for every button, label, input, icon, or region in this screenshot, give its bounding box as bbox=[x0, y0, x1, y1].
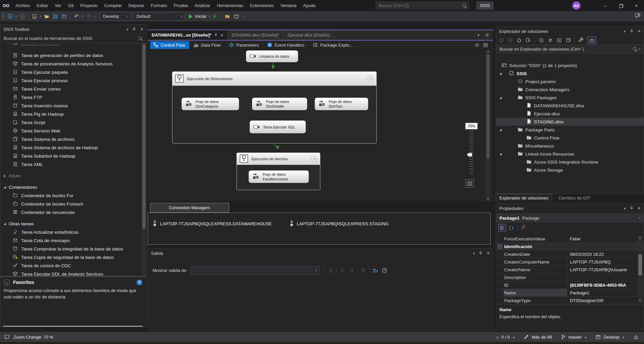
fit-to-window-button[interactable] bbox=[465, 179, 474, 188]
redo-button[interactable]: ↷ bbox=[85, 12, 93, 20]
previous-message-icon[interactable] bbox=[340, 268, 345, 273]
menu-depurar[interactable]: Depurar bbox=[125, 0, 148, 11]
task-limpieza-de-datos[interactable]: Limpieza de datos bbox=[246, 50, 298, 62]
navigate-forward-button[interactable] bbox=[18, 12, 26, 20]
collapse-chevron-icon[interactable] bbox=[368, 76, 374, 82]
quick-search-box[interactable] bbox=[376, 2, 469, 9]
tree-item-ejecutar-dtsx[interactable]: Ejecutar.dtsx bbox=[496, 110, 644, 118]
clear-all-icon[interactable] bbox=[361, 268, 366, 273]
feedback-icon[interactable] bbox=[635, 12, 641, 19]
property-row-name[interactable]: NamePackage1 bbox=[496, 289, 644, 297]
toolbox-item[interactable]: Tarea Actualizar estadísticas bbox=[0, 228, 142, 236]
tree-item-datawarehouse-dtsx[interactable]: DATAWAREHOUSE.dtsx bbox=[496, 102, 644, 110]
alphabetical-sort-button[interactable]: AZ bbox=[509, 225, 515, 230]
pin-icon[interactable] bbox=[214, 33, 218, 37]
property-row-creationdate[interactable]: CreationDate06/02/2023 18:22 bbox=[496, 250, 644, 258]
account-avatar[interactable]: AS bbox=[572, 1, 581, 10]
solution-close-icon[interactable]: × bbox=[638, 30, 641, 33]
start-dropdown-caret[interactable]: ▾ bbox=[208, 15, 211, 18]
back-dropdown-caret[interactable]: ▾ bbox=[15, 15, 17, 18]
word-wrap-icon[interactable]: ab bbox=[373, 268, 379, 273]
toolbox-scrollbar[interactable] bbox=[142, 43, 146, 276]
home-icon[interactable] bbox=[516, 38, 522, 43]
property-pages-wrench-icon[interactable] bbox=[521, 225, 526, 230]
sync-with-active-document-icon[interactable] bbox=[525, 38, 531, 43]
pin-icon[interactable] bbox=[132, 27, 136, 32]
task-flujo-de-datos-dimcategoria[interactable]: Flujo de datosDimCategoria bbox=[181, 98, 239, 110]
zoom-slider-thumb[interactable] bbox=[467, 153, 472, 157]
gear-icon[interactable] bbox=[485, 33, 490, 38]
menu-analizar[interactable]: Analizar bbox=[191, 0, 214, 11]
menu-proyecto[interactable]: Proyecto bbox=[77, 0, 101, 11]
toolbox-item[interactable]: Contenedor de bucles Foreach bbox=[0, 200, 142, 208]
toolbox-item[interactable]: Tarea Sistema de archivos bbox=[0, 135, 142, 144]
bottom-tab-cambios-de-git[interactable]: Cambios de GIT bbox=[555, 194, 594, 202]
designer-tab-parameters[interactable]: Parameters bbox=[226, 41, 263, 49]
toolbox-search-icon[interactable] bbox=[138, 36, 143, 41]
property-row-id[interactable]: ID{8139FBF8-3DBA-4053-95A bbox=[496, 281, 644, 289]
toolbox-section-contenedores[interactable]: Contenedores bbox=[0, 183, 142, 191]
menu-prueba[interactable]: Prueba bbox=[170, 0, 191, 11]
tab-close-icon[interactable]: × bbox=[220, 34, 223, 37]
toolbox-item[interactable]: Tarea Subárbol de Hadoop bbox=[0, 152, 142, 160]
pin-icon[interactable] bbox=[630, 29, 634, 34]
toolbox-item[interactable]: Tarea Ejecutar proceso bbox=[0, 76, 142, 85]
properties-object-selector[interactable]: Package1 Package ▾ bbox=[496, 214, 643, 222]
designer-tab-data-flow[interactable]: Data Flow bbox=[191, 41, 225, 49]
notifications-bell-icon[interactable] bbox=[633, 334, 639, 340]
pending-edits-indicator[interactable]: Más de 99 bbox=[524, 334, 552, 340]
document-tab[interactable]: STAGING.dtsx [Diseño]* bbox=[228, 30, 283, 40]
toolbox-item[interactable]: Tarea Ejecutar DDL de Analysis Services bbox=[0, 270, 142, 276]
collapse-category-icon[interactable] bbox=[498, 245, 502, 248]
next-message-icon[interactable] bbox=[348, 268, 354, 273]
properties-wrench-icon[interactable] bbox=[578, 38, 584, 43]
output-source-dropdown[interactable]: ▾ bbox=[191, 266, 320, 275]
start-without-debug-button[interactable] bbox=[211, 12, 219, 20]
favorites-collapse-icon[interactable] bbox=[4, 279, 10, 286]
tree-item-ssis[interactable]: SSIS bbox=[496, 69, 644, 77]
properties-close-icon[interactable]: × bbox=[638, 207, 641, 210]
start-debug-button[interactable]: Iniciar bbox=[188, 12, 207, 20]
menu-formato[interactable]: Formato bbox=[148, 0, 170, 11]
toolbox-item[interactable]: Tarea Copia de seguridad de la base de d… bbox=[0, 253, 142, 262]
toolbox-item[interactable]: Tarea Script bbox=[0, 118, 142, 127]
canvas-vertical-scrollbar[interactable]: ▲▼ bbox=[486, 50, 490, 201]
solution-menu-caret-icon[interactable]: ▾ bbox=[624, 30, 626, 33]
tab-list-caret-icon[interactable]: ▼ bbox=[477, 34, 480, 37]
save-all-button[interactable] bbox=[60, 12, 68, 20]
menu-herramientas[interactable]: Herramientas bbox=[214, 0, 247, 11]
minimize-button[interactable]: – bbox=[598, 0, 613, 11]
pin-icon[interactable] bbox=[630, 206, 634, 211]
document-tab[interactable]: Ejecutar.dtsx [Diseño] bbox=[283, 30, 334, 40]
tree-item-package-parts[interactable]: Package Parts bbox=[496, 126, 644, 134]
properties-scrollbar[interactable]: ▲▼ bbox=[638, 236, 643, 303]
menu-git[interactable]: Git bbox=[65, 0, 77, 11]
restore-button[interactable] bbox=[613, 0, 629, 11]
goto-message-icon[interactable] bbox=[328, 268, 333, 273]
property-row-packagetype[interactable]: PackageTypeDTSDesigner100 bbox=[496, 297, 644, 303]
deploy-package-button[interactable] bbox=[224, 12, 232, 20]
new-dropdown-caret[interactable]: ▾ bbox=[39, 15, 42, 18]
solution-explorer-search-box[interactable]: Buscar en Explorador de soluciones (Ctrl… bbox=[496, 45, 644, 53]
menu-ver[interactable]: Ver bbox=[51, 0, 65, 11]
git-branch-indicator[interactable]: master ▲ bbox=[561, 334, 587, 340]
connection-manager-item[interactable]: LAPTOP-7TJSAPBQ\SQLEXPRESS.STAGING bbox=[289, 220, 389, 227]
toolbox-item[interactable]: Tarea Sistema de archivos de Hadoop bbox=[0, 144, 142, 152]
favorites-help-icon[interactable]: ? bbox=[137, 280, 142, 285]
property-row-forceexecutionvalue[interactable]: ForceExecutionValueFalse bbox=[496, 235, 644, 243]
connection-manager-item[interactable]: LAPTOP-7TJSAPBQ\SQLEXPRESS.DATAWAREHOUSE bbox=[153, 220, 272, 227]
timestamp-icon[interactable] bbox=[382, 268, 387, 273]
properties-menu-caret-icon[interactable]: ▾ bbox=[624, 207, 626, 210]
tree-item-connection-managers[interactable]: Connection Managers bbox=[496, 85, 644, 94]
task-ejecutar-sql[interactable]: Tarea Ejecutar SQL bbox=[250, 120, 306, 133]
tree-item-azure-storage[interactable]: Azure Storage bbox=[496, 166, 644, 174]
designer-tab-event-handlers[interactable]: Event Handlers bbox=[264, 41, 309, 49]
menu-editar[interactable]: Editar bbox=[33, 0, 51, 11]
save-button[interactable] bbox=[51, 12, 59, 20]
tree-item-azure-ssis-integration-runtime[interactable]: Azure-SSIS Integration Runtime bbox=[496, 158, 644, 166]
variables-grid-icon[interactable] bbox=[483, 43, 488, 48]
toolbox-item[interactable]: Tarea Comprobar la integridad de la base… bbox=[0, 245, 142, 253]
toolbox-item[interactable]: Tarea Enviar correo bbox=[0, 85, 142, 93]
forward-icon[interactable] bbox=[507, 38, 513, 43]
search-input[interactable] bbox=[379, 3, 462, 8]
